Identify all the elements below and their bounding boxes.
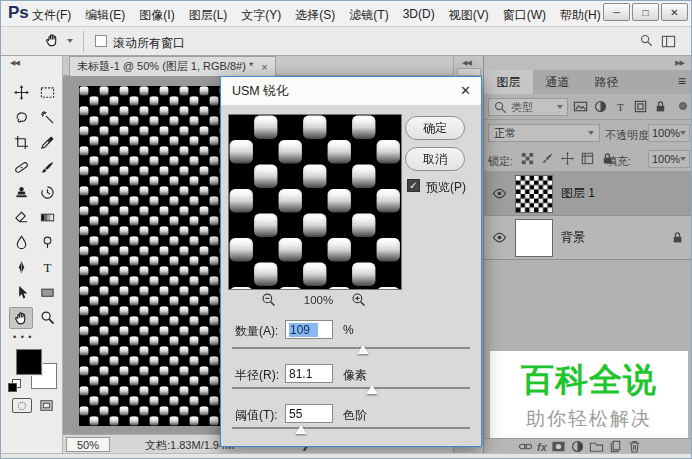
link-icon[interactable] [518,439,533,454]
fill-dropdown[interactable]: 100% [648,150,690,168]
tab-channels[interactable]: 通道 [533,70,582,94]
eraser-tool[interactable] [9,207,33,229]
menu-3d[interactable]: 3D(D) [403,7,435,24]
amount-input[interactable]: 109 [285,320,333,339]
amount-slider-thumb[interactable] [357,345,369,354]
threshold-slider-thumb[interactable] [295,425,307,434]
workspace-panel-icon[interactable] [661,34,676,49]
adjustment-icon[interactable] [570,439,585,454]
spot-heal-tool[interactable] [9,157,33,179]
filter-type-dropdown[interactable]: 类型 [488,98,568,116]
screen-mode-icon[interactable] [39,398,54,413]
frame-small-icon[interactable] [580,151,595,166]
brush-tool[interactable] [35,157,59,179]
clone-stamp-tool[interactable] [9,182,33,204]
radius-slider[interactable] [232,385,470,397]
gradient-tool[interactable] [35,207,59,229]
mask-icon[interactable] [551,439,566,454]
close-button[interactable]: ✕ [661,3,688,21]
trash-icon[interactable] [627,439,642,454]
layer-row-layer1[interactable]: 图层 1 [484,172,692,216]
more-tools-icon[interactable]: • • • [13,332,32,342]
maximize-button[interactable]: □ [632,3,659,21]
search-icon[interactable] [639,33,654,48]
menu-image[interactable]: 图像(I) [139,7,174,24]
zoom-out-icon[interactable] [261,292,276,307]
adjustment-icon[interactable] [593,99,608,114]
menu-type[interactable]: 文字(Y) [241,7,281,24]
type-filter-icon[interactable]: T [613,99,628,114]
quick-mask-icon[interactable] [12,398,32,413]
menu-filter[interactable]: 滤镜(T) [349,7,388,24]
amount-slider[interactable] [232,345,470,357]
expand-dock-icon[interactable]: ▶▶ [675,59,684,67]
shape-rect-tool[interactable] [35,282,59,304]
opacity-dropdown[interactable]: 100% [648,124,690,142]
preview-checkbox[interactable]: ✓ [407,179,420,192]
pen-tool[interactable] [9,257,33,279]
lasso-tool[interactable] [9,107,33,129]
magic-wand-tool[interactable] [35,107,59,129]
visibility-eye-icon[interactable] [492,230,507,245]
document-close-icon[interactable]: × [261,61,267,73]
panel-menu-icon[interactable]: ≡ [678,73,686,89]
menu-file[interactable]: 文件(F) [32,7,71,24]
foreground-color-swatch[interactable] [16,349,42,375]
layer-thumbnail[interactable] [515,219,553,257]
eyedropper-tool[interactable] [35,132,59,154]
checker-icon[interactable] [520,151,535,166]
dodge-tool[interactable] [35,232,59,254]
menu-help[interactable]: 帮助(H) [560,7,601,24]
menu-layer[interactable]: 图层(L) [189,7,228,24]
history-brush-tool[interactable] [35,182,59,204]
dialog-preview-image[interactable] [228,114,402,290]
move-tool[interactable] [9,82,33,104]
blur-tool[interactable] [9,232,33,254]
hand-tool[interactable] [9,307,33,329]
visibility-eye-icon[interactable] [492,186,507,201]
new-layer-icon[interactable] [608,439,623,454]
brush-small-icon[interactable] [540,151,555,166]
dialog-title: USM 锐化 [232,83,288,100]
dialog-title-bar[interactable]: USM 锐化 [221,77,481,105]
menu-window[interactable]: 窗口(W) [503,7,546,24]
document-tab[interactable]: 未标题-1 @ 50% (图层 1, RGB/8#) * × [69,56,276,76]
shape-filter-icon[interactable] [633,99,648,114]
collapse-dock-icon[interactable]: ◀◀ [462,59,471,67]
menu-view[interactable]: 视图(V) [449,7,489,24]
collapsed-panel-tab[interactable] [457,68,481,76]
ok-button[interactable]: 确定 [405,116,465,140]
crop-tool[interactable] [9,132,33,154]
menu-select[interactable]: 选择(S) [295,7,335,24]
threshold-input[interactable]: 55 [285,404,333,423]
radius-input[interactable]: 81.1 [285,364,333,383]
status-zoom-field[interactable]: 50% [66,437,110,452]
cancel-button[interactable]: 取消 [405,147,465,171]
layer-name[interactable]: 背景 [561,229,585,246]
lock-icon[interactable] [653,99,668,114]
fx-icon[interactable]: fx [537,441,547,453]
filter-toggle-icon[interactable] [679,102,687,110]
marquee-tool[interactable] [35,82,59,104]
tab-layers[interactable]: 图层 [484,70,533,94]
radius-slider-thumb[interactable] [366,385,378,394]
pixel-image-icon[interactable] [573,99,588,114]
path-select-tool[interactable] [9,282,33,304]
type-tool[interactable]: T [35,257,59,279]
tab-paths[interactable]: 路径 [582,70,631,94]
scroll-all-windows-checkbox[interactable] [95,35,107,47]
move-small-icon[interactable] [560,151,575,166]
layer-thumbnail[interactable] [515,175,553,213]
zoom-in-icon[interactable] [351,292,366,307]
threshold-slider[interactable] [232,425,470,437]
minimize-button[interactable]: ─ [603,3,630,21]
menu-edit[interactable]: 编辑(E) [85,7,125,24]
layer-name[interactable]: 图层 1 [561,185,595,202]
folder-icon[interactable] [589,439,604,454]
tool-preset-caret-icon[interactable] [67,39,73,43]
blend-mode-dropdown[interactable]: 正常 [488,124,600,142]
zoom-tool[interactable] [35,307,59,329]
dialog-close-icon[interactable]: ✕ [460,83,471,98]
collapse-tools-icon[interactable]: ◀◀ [10,59,19,67]
layer-row-background[interactable]: 背景 [484,216,692,260]
